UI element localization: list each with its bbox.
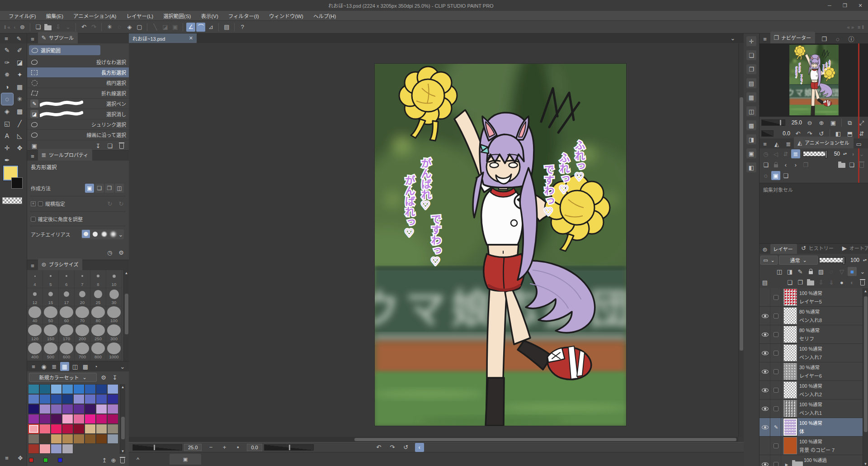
- layer-opacity-slider[interactable]: [819, 257, 845, 263]
- brush-size-1000[interactable]: 1000: [106, 342, 122, 361]
- color-swatch[interactable]: [85, 404, 96, 414]
- layer-checkbox[interactable]: [771, 307, 781, 325]
- subtool-menu-icon[interactable]: ≡: [28, 34, 37, 43]
- subtool-item[interactable]: ◪選択消し: [27, 109, 129, 119]
- line-correction-tool-icon[interactable]: ✛: [1, 142, 13, 154]
- layer-row[interactable]: 30 %通常レイヤー6: [760, 362, 863, 381]
- auto-select-tool-icon[interactable]: ✳: [14, 93, 26, 105]
- selection-border-icon[interactable]: ▢: [135, 23, 144, 32]
- clip-at-layer-below-icon[interactable]: ◨: [785, 267, 794, 276]
- anim-tab-icon-3[interactable]: ▭: [854, 139, 863, 148]
- brush-size-500[interactable]: 500: [43, 342, 59, 361]
- dock-handle-icon[interactable]: ‖ «: [4, 24, 10, 30]
- snap-gradient-icon[interactable]: ◪: [160, 23, 170, 32]
- brush-size-400[interactable]: 400: [27, 342, 43, 361]
- layer-thumbnail[interactable]: [783, 418, 797, 436]
- layer-scroll-down-icon[interactable]: ▾: [861, 461, 868, 466]
- ruler-tool-icon[interactable]: ◺: [14, 130, 26, 142]
- new-cel-icon[interactable]: ❏: [761, 160, 770, 169]
- color-tabs-chevron-icon[interactable]: ⌄: [118, 362, 127, 371]
- tool-palette-tab-icon[interactable]: ✎: [14, 34, 24, 43]
- material-palette-icon-2[interactable]: ❐: [746, 64, 756, 74]
- color-swatch[interactable]: [62, 414, 73, 424]
- color-swatch[interactable]: [62, 434, 73, 444]
- layer-thumbnail[interactable]: [783, 437, 797, 454]
- tab-list-chevron-icon[interactable]: ⌄: [728, 34, 737, 43]
- layer-checkbox[interactable]: [771, 344, 781, 362]
- zoom-out-icon[interactable]: −: [206, 443, 215, 452]
- text-tool-icon[interactable]: A: [1, 130, 13, 142]
- close-document-icon[interactable]: ✕: [189, 35, 193, 41]
- subtool-item[interactable]: 投げなわ選択: [27, 57, 129, 67]
- brush-size-150[interactable]: 150: [43, 324, 59, 342]
- color-swatch[interactable]: [39, 414, 51, 424]
- brush-size-12[interactable]: 12: [27, 288, 43, 306]
- aspect-percent-icon[interactable]: ↻: [117, 199, 126, 208]
- subtool-item[interactable]: 線画に沿って選択: [27, 130, 129, 140]
- tool-property-tab[interactable]: ≣ツールプロパティ: [38, 149, 92, 161]
- brush-size-menu-icon[interactable]: ≡: [28, 261, 37, 270]
- color-swatch[interactable]: [28, 384, 39, 394]
- brush-size-5[interactable]: 5: [43, 270, 59, 288]
- color-swatch[interactable]: [62, 444, 73, 454]
- new-layer-chevron-icon[interactable]: ❐: [796, 278, 805, 287]
- anim-flip-icon[interactable]: ◁: [771, 149, 780, 158]
- material-palette-icon-7[interactable]: ◨: [746, 134, 756, 144]
- canvas-artwork[interactable]: ウマ娘応援団: [375, 64, 626, 426]
- reset-rotation-icon[interactable]: ↺: [401, 443, 410, 452]
- material-palette-icon-5[interactable]: ◫: [746, 106, 756, 116]
- color-swatch[interactable]: [85, 414, 96, 424]
- subtool-item[interactable]: 長方形選択: [27, 67, 129, 78]
- right-dock-collapse-icon[interactable]: « »: [847, 24, 854, 30]
- antialias-chevron-icon[interactable]: ⌄: [118, 230, 123, 239]
- undo-icon[interactable]: ↶: [79, 23, 88, 32]
- new-folder-icon[interactable]: [806, 278, 815, 287]
- layer-thumbnail[interactable]: [783, 344, 797, 361]
- brush-size-20[interactable]: 20: [75, 288, 90, 306]
- color-swatch[interactable]: [107, 384, 118, 394]
- color-swatch[interactable]: [96, 424, 107, 434]
- subtool-toggle-icon[interactable]: ▣: [30, 141, 39, 150]
- layer-checkbox[interactable]: [771, 362, 781, 380]
- onion-skin-icon[interactable]: ≣: [791, 149, 800, 158]
- eyedropper-tool-icon[interactable]: ✒: [1, 154, 13, 166]
- information-tab-icon[interactable]: ⓘ: [847, 34, 856, 43]
- transparent-color-swatch[interactable]: [2, 197, 22, 204]
- help-icon[interactable]: ?: [238, 23, 247, 32]
- fill-tool-icon[interactable]: ◈: [1, 105, 13, 117]
- adjust-angle-checkbox[interactable]: [31, 217, 36, 222]
- color-swatch[interactable]: [51, 414, 62, 424]
- menu-フィルター(I)[interactable]: フィルター(I): [223, 11, 264, 20]
- brush-size-7[interactable]: 7: [75, 270, 90, 288]
- primary-color-chip[interactable]: [43, 458, 48, 462]
- expand-status-icon[interactable]: ^: [133, 455, 142, 464]
- enable-mask-icon[interactable]: ◌: [827, 267, 836, 276]
- prev-cel-icon[interactable]: ‹: [781, 160, 790, 169]
- color-swatch[interactable]: [51, 424, 62, 434]
- sub-view-tab-icon[interactable]: ❐: [820, 34, 829, 43]
- operation-tool-icon[interactable]: ◱: [1, 118, 13, 129]
- decoration-tool-icon[interactable]: ✦: [14, 69, 26, 81]
- draft-layer-icon[interactable]: ✎: [796, 267, 805, 276]
- layer-checkbox[interactable]: [771, 399, 781, 418]
- color-swatch[interactable]: [85, 384, 96, 394]
- gradient-tool-icon[interactable]: ▩: [14, 105, 26, 117]
- layer-visibility-toggle[interactable]: [760, 362, 770, 380]
- color-swatch[interactable]: [107, 404, 118, 414]
- subtool-tab[interactable]: ✎サブツール: [38, 32, 78, 43]
- color-swatch[interactable]: [73, 404, 85, 414]
- brush-size-100[interactable]: 100: [106, 306, 122, 324]
- menu-ファイル(F)[interactable]: ファイル(F): [4, 11, 41, 20]
- subtract-selection-icon[interactable]: ❐: [105, 184, 114, 193]
- color-swatch[interactable]: [28, 444, 39, 454]
- color-swatch[interactable]: [107, 414, 118, 424]
- layer-thumbnail[interactable]: [783, 363, 797, 380]
- minimize-button[interactable]: ─: [822, 0, 837, 10]
- layer-tab[interactable]: レイヤー: [770, 244, 797, 254]
- color-swatch[interactable]: [96, 394, 107, 404]
- color-swatch[interactable]: [62, 394, 73, 404]
- quick-access-palette-icon[interactable]: ✛: [746, 36, 756, 46]
- layer-checkbox[interactable]: [771, 325, 781, 343]
- color-wheel-tab-icon[interactable]: ◉: [39, 362, 48, 371]
- zoom-slider[interactable]: [132, 444, 182, 451]
